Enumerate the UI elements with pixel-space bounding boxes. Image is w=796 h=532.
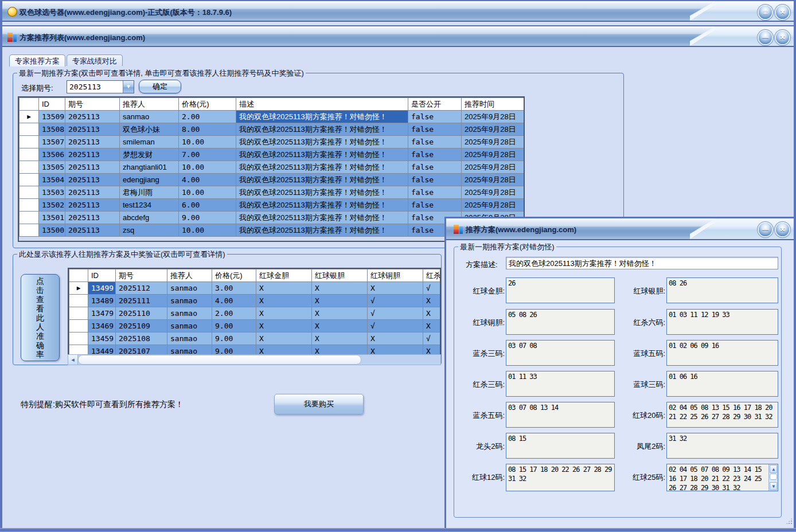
field-value-box[interactable]: 01 11 33 [506, 371, 615, 397]
table-cell[interactable]: X [256, 307, 312, 320]
table-cell[interactable]: √ [368, 295, 423, 307]
row-header-cell[interactable] [19, 199, 39, 212]
hscrollbar-thumb[interactable] [78, 355, 361, 365]
table-cell[interactable]: 13509 [39, 111, 65, 123]
scroll-left-arrow-icon[interactable]: ◂ [68, 355, 78, 365]
field-value-box[interactable]: 01 03 11 12 19 33 [666, 309, 778, 335]
table-cell[interactable]: 7.00 [179, 148, 236, 161]
table-cell[interactable]: sanmao [167, 320, 212, 332]
table-cell[interactable]: abcdefg [120, 212, 179, 224]
table-cell[interactable]: X [256, 332, 312, 345]
table-cell[interactable]: sanmao [120, 111, 179, 123]
combobox-dropdown-icon[interactable]: ▼ [123, 81, 134, 93]
column-header[interactable]: 期号 [116, 269, 167, 282]
table-cell[interactable]: 9.00 [212, 332, 256, 345]
table-cell[interactable]: false [408, 136, 462, 148]
column-header[interactable]: 红球铜胆 [368, 269, 423, 282]
field-value-box[interactable]: 08 15 [506, 433, 615, 459]
table-cell[interactable]: 8.00 [179, 123, 236, 136]
table-cell[interactable]: false [408, 199, 462, 212]
table-cell[interactable]: 13505 [39, 161, 65, 174]
table-cell[interactable]: 2025113 [65, 212, 120, 224]
table-cell[interactable]: 我的双色球2025113期方案推荐！对错勿怪！ [236, 161, 408, 174]
table-cell[interactable]: sanmao [167, 282, 212, 295]
table-cell[interactable]: false [408, 186, 462, 199]
table-cell[interactable]: X [256, 282, 312, 295]
column-header[interactable]: 推荐人 [167, 269, 212, 282]
table-cell[interactable]: 10.00 [179, 136, 236, 148]
table-cell[interactable]: X [312, 332, 368, 345]
table-cell[interactable]: 双色球小妹 [120, 123, 179, 136]
vscrollbar-thumb[interactable] [770, 474, 777, 480]
table-cell[interactable]: zsq [120, 224, 179, 237]
close-button[interactable]: ✕ [776, 6, 789, 19]
row-header-cell[interactable]: ▶ [69, 282, 88, 295]
table-cell[interactable]: false [408, 123, 462, 136]
table-cell[interactable]: sanmao [167, 345, 212, 355]
table-cell[interactable]: X [368, 282, 423, 295]
row-header-cell[interactable] [69, 332, 88, 345]
mdi-minimize-button[interactable]: — [759, 31, 772, 44]
field-value-box[interactable]: 08 15 17 18 20 22 26 27 28 29 31 32 [506, 464, 615, 491]
table-cell[interactable]: 2025年9月28日 [462, 186, 524, 199]
table-cell[interactable]: false [408, 148, 462, 161]
table-cell[interactable]: edengjiang [120, 174, 179, 186]
table-cell[interactable]: test1234 [120, 199, 179, 212]
desc-textbox[interactable]: 我的双色球2025113期方案推荐！对错勿怪！ [506, 257, 778, 269]
table-cell[interactable]: X [312, 295, 368, 307]
column-header[interactable]: 是否公开 [408, 98, 462, 111]
table-cell[interactable]: 4.00 [212, 295, 256, 307]
confirm-button[interactable]: 确定 [139, 80, 181, 93]
table-cell[interactable]: 我的双色球2025113期方案推荐！对错勿怪！ [236, 136, 408, 148]
column-header[interactable]: 红杀六码 [423, 269, 442, 282]
table-cell[interactable]: X [368, 345, 423, 355]
column-header[interactable]: 红球金胆 [256, 269, 312, 282]
table-cell[interactable]: 我的双色球2025113期方案推荐！对错勿怪！ [236, 186, 408, 199]
column-header[interactable]: 价格(元) [212, 269, 256, 282]
table-cell[interactable]: X [423, 307, 442, 320]
table-cell[interactable]: 9.00 [212, 345, 256, 355]
table-cell[interactable]: 2025108 [116, 332, 167, 345]
table-cell[interactable]: 梦想发财 [120, 148, 179, 161]
table-cell[interactable]: 2025113 [65, 136, 120, 148]
table-cell[interactable]: sanmao [167, 307, 212, 320]
table-cell[interactable]: 13499 [88, 282, 116, 295]
table-cell[interactable]: 2025年9月28日 [462, 174, 524, 186]
table-cell[interactable]: 我的双色球2025113期方案推荐！对错勿怪！ [236, 212, 408, 224]
table-cell[interactable]: 2025年9月28日 [462, 199, 524, 212]
table-cell[interactable]: 10.00 [179, 161, 236, 174]
table-cell[interactable]: 2025113 [65, 199, 120, 212]
mdi-close-button[interactable]: ✕ [776, 31, 789, 44]
field-value-box[interactable]: 02 04 05 08 13 15 16 17 18 20 21 22 25 2… [666, 402, 778, 428]
row-header-cell[interactable] [19, 123, 39, 136]
table-cell[interactable]: 2025110 [116, 307, 167, 320]
table-cell[interactable]: √ [368, 307, 423, 320]
row-header-cell[interactable]: ▶ [19, 111, 39, 123]
table-cell[interactable]: 2025年9月28日 [462, 148, 524, 161]
table-cell[interactable]: 13507 [39, 136, 65, 148]
table-cell[interactable]: false [408, 111, 462, 123]
table-cell[interactable]: 13479 [88, 307, 116, 320]
field-value-box[interactable]: 03 07 08 [506, 340, 615, 366]
table-cell[interactable]: X [312, 282, 368, 295]
table-cell[interactable]: X [312, 307, 368, 320]
tab-expert-recommend[interactable]: 专家推荐方案 [9, 54, 65, 66]
row-header-cell[interactable] [69, 320, 88, 332]
table-cell[interactable]: 2025年9月28日 [462, 161, 524, 174]
table-cell[interactable]: 2025113 [65, 148, 120, 161]
row-header-cell[interactable] [19, 212, 39, 224]
table-cell[interactable]: 9.00 [212, 320, 256, 332]
table-cell[interactable]: zhangtianli01 [120, 161, 179, 174]
field-value-box[interactable]: 03 07 08 13 14 [506, 402, 615, 428]
table-cell[interactable]: 6.00 [179, 199, 236, 212]
table-cell[interactable]: X [423, 320, 442, 332]
table-cell[interactable]: 13506 [39, 148, 65, 161]
column-header[interactable]: 期号 [65, 98, 120, 111]
column-header[interactable]: 价格(元) [179, 98, 236, 111]
dialog-close-button[interactable]: ✕ [776, 223, 789, 236]
table-cell[interactable]: 2025113 [65, 123, 120, 136]
table-cell[interactable]: 2025107 [116, 345, 167, 355]
table-cell[interactable]: √ [423, 332, 442, 345]
table-cell[interactable]: 我的双色球2025113期方案推荐！对错勿怪！ [236, 224, 408, 237]
table-cell[interactable]: 2025年9月28日 [462, 136, 524, 148]
